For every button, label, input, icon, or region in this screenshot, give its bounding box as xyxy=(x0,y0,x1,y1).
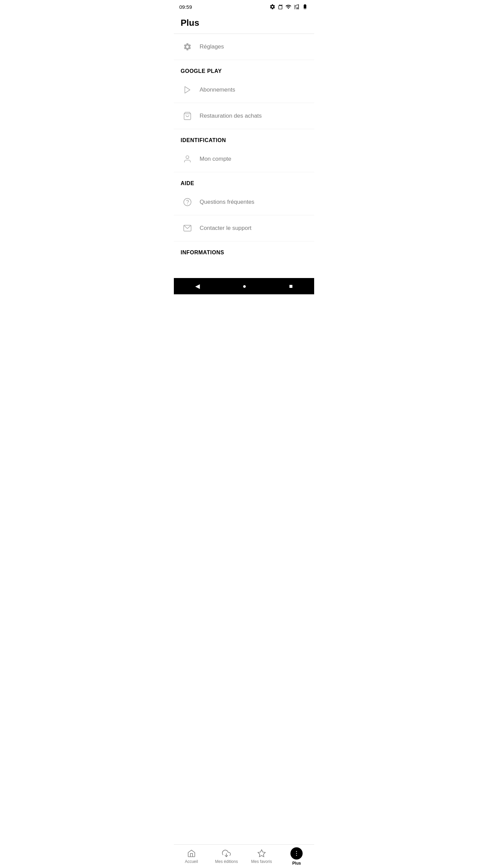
svg-point-2 xyxy=(186,156,189,159)
battery-icon xyxy=(301,4,309,10)
menu-content: Réglages GOOGLE PLAY Abonnements Res xyxy=(174,34,314,278)
signal-icon xyxy=(294,4,299,10)
question-icon xyxy=(181,195,194,209)
google-play-section-header: GOOGLE PLAY xyxy=(174,60,314,77)
svg-point-9 xyxy=(296,853,297,854)
menu-icon xyxy=(293,850,300,857)
faq-label: Questions fréquentes xyxy=(200,199,255,205)
nav-plus-label: Plus xyxy=(292,861,301,866)
nav-mes-editions-label: Mes éditions xyxy=(215,859,238,864)
status-time: 09:59 xyxy=(179,4,192,10)
reglages-label: Réglages xyxy=(200,43,224,50)
download-cloud-icon xyxy=(222,849,231,858)
svg-marker-0 xyxy=(185,86,190,93)
android-recent-btn[interactable]: ■ xyxy=(289,283,293,290)
android-back-btn[interactable]: ◀ xyxy=(195,282,200,290)
support-label: Contacter le support xyxy=(200,225,251,232)
nav-mes-favoris-label: Mes favoris xyxy=(251,859,272,864)
aide-title: AIDE xyxy=(181,180,194,186)
android-home-btn[interactable]: ● xyxy=(243,283,246,290)
support-item[interactable]: Contacter le support xyxy=(174,215,314,241)
restauration-item[interactable]: Restauration des achats xyxy=(174,103,314,129)
svg-point-3 xyxy=(184,198,191,206)
home-icon xyxy=(187,849,196,858)
svg-point-8 xyxy=(296,851,297,852)
aide-section-header: AIDE xyxy=(174,172,314,189)
status-bar: 09:59 xyxy=(174,0,314,14)
svg-point-10 xyxy=(296,855,297,856)
page-title: Plus xyxy=(181,18,307,28)
sim-status-icon xyxy=(278,4,283,10)
restauration-label: Restauration des achats xyxy=(200,113,262,119)
nav-plus[interactable]: Plus xyxy=(279,845,314,868)
bag-icon xyxy=(181,109,194,123)
gear-icon xyxy=(181,40,194,54)
faq-item[interactable]: Questions fréquentes xyxy=(174,189,314,215)
identification-title: IDENTIFICATION xyxy=(181,137,226,143)
status-icons xyxy=(269,4,309,10)
star-icon xyxy=(257,849,266,858)
mon-compte-item[interactable]: Mon compte xyxy=(174,146,314,172)
abonnements-item[interactable]: Abonnements xyxy=(174,77,314,103)
svg-marker-7 xyxy=(258,850,265,857)
play-icon xyxy=(181,83,194,97)
user-icon xyxy=(181,152,194,166)
wifi-icon xyxy=(285,4,292,10)
reglages-item[interactable]: Réglages xyxy=(174,34,314,60)
nav-mes-editions[interactable]: Mes éditions xyxy=(209,845,244,868)
nav-mes-favoris[interactable]: Mes favoris xyxy=(244,845,279,868)
page-header: Plus xyxy=(174,14,314,34)
google-play-title: GOOGLE PLAY xyxy=(181,68,222,74)
nav-accueil-label: Accueil xyxy=(185,859,198,864)
settings-status-icon xyxy=(269,4,276,10)
abonnements-label: Abonnements xyxy=(200,86,235,93)
plus-nav-circle xyxy=(290,847,303,860)
informations-title: INFORMATIONS xyxy=(181,250,224,255)
informations-section-header: INFORMATIONS xyxy=(174,241,314,258)
nav-accueil[interactable]: Accueil xyxy=(174,845,209,868)
mail-icon xyxy=(181,221,194,235)
mon-compte-label: Mon compte xyxy=(200,156,231,162)
identification-section-header: IDENTIFICATION xyxy=(174,129,314,146)
bottom-nav: Accueil Mes éditions Mes favoris xyxy=(174,844,314,868)
